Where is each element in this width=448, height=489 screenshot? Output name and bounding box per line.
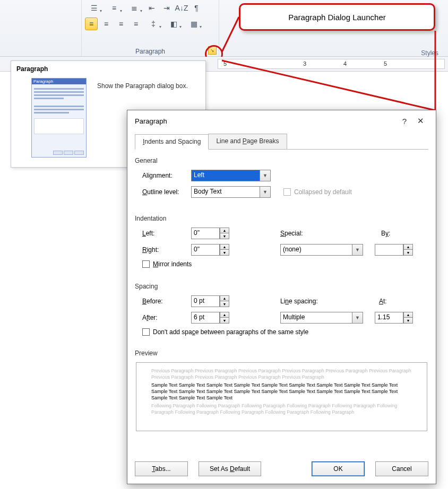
mirror-indents-checkbox[interactable] [142,260,150,268]
preview-prev-para: Previous Paragraph Previous Paragraph Pr… [151,368,412,380]
section-preview: Preview [135,350,428,357]
spin-down-icon[interactable]: ▼ [220,318,229,324]
tab-indents-spacing[interactable]: Indents and Spacing [135,134,209,150]
indent-right-spinner[interactable]: 0" ▲▼ [191,244,229,256]
line-spacing-combo[interactable]: Multiple ▼ [280,312,363,324]
sort-icon[interactable]: A↓Z [175,2,188,14]
tabs-button[interactable]: Tabs... [135,461,188,476]
spin-down-icon[interactable]: ▼ [220,250,229,256]
special-label: Special: [280,230,312,237]
bullets-icon[interactable]: ☰ [85,2,103,14]
paragraph-dialog: Paragraph ? ✕ Indents and Spacing Line a… [127,110,436,484]
increase-indent-icon[interactable]: ⇥ [160,2,173,14]
spin-up-icon[interactable]: ▲ [220,312,229,318]
before-spinner[interactable]: 0 pt ▲▼ [191,295,229,307]
ribbon-group-label: Paragraph [82,48,219,55]
numbering-icon[interactable]: ≡ [105,2,123,14]
tooltip-preview-thumb: Paragraph [31,78,87,158]
tooltip-description: Show the Paragraph dialog box. [97,82,200,90]
help-button[interactable]: ? [397,117,412,126]
spin-down-icon[interactable]: ▼ [220,301,229,307]
no-space-checkbox[interactable] [142,328,150,336]
chevron-down-icon[interactable]: ▼ [260,186,271,198]
mirror-indents-label: Mirror indents [153,260,192,268]
ruler-mark: 5 [384,60,387,67]
tab-line-page-breaks[interactable]: Line and Page Breaks [208,134,287,149]
borders-icon[interactable]: ▦ [185,18,203,30]
after-label: After: [142,314,191,321]
dialog-titlebar[interactable]: Paragraph ? ✕ [127,110,436,132]
dialog-tabs: Indents and Spacing Line and Page Breaks [135,134,428,150]
by-label: By: [381,230,397,237]
by-spinner[interactable]: ▲▼ [375,244,413,256]
collapsed-checkbox [283,188,291,196]
at-spinner[interactable]: 1.15 ▲▼ [375,312,413,324]
outline-label: Outline level: [142,188,191,196]
preview-follow-para: Following Paragraph Following Paragraph … [151,403,412,415]
spin-down-icon[interactable]: ▼ [403,318,413,324]
spin-down-icon[interactable]: ▼ [403,250,413,256]
after-value[interactable]: 6 pt [191,312,220,324]
section-indentation: Indentation [135,215,428,222]
line-spacing-label: Line spacing: [280,298,339,305]
at-label: At: [379,298,395,305]
close-button[interactable]: ✕ [412,116,428,126]
shading-icon[interactable]: ◧ [165,18,183,30]
collapsed-label: Collapsed by default [294,188,352,196]
dialog-footer: Tabs... Set As Default OK Cancel [135,461,428,476]
decrease-indent-icon[interactable]: ⇤ [145,2,158,14]
paragraph-ribbon-group: ☰ ≡ ≣ ⇤ ⇥ A↓Z ¶ ≡ ≡ ≡ ≡ ‡ ◧ ▦ Paragraph … [81,0,219,56]
chevron-down-icon[interactable]: ▼ [352,312,363,324]
spin-up-icon[interactable]: ▲ [220,295,229,301]
spin-up-icon[interactable]: ▲ [220,244,229,250]
after-spinner[interactable]: 6 pt ▲▼ [191,312,229,324]
spin-up-icon[interactable]: ▲ [403,244,413,250]
callout-label: Paragraph Dialog Launcher [239,3,435,31]
indent-left-label: Left: [142,230,191,237]
preview-sample: Sample Text Sample Text Sample Text Samp… [151,382,412,401]
outline-combo[interactable]: Body Text ▼ [191,186,271,198]
callout-text: Paragraph Dialog Launcher [288,13,385,22]
align-left-icon[interactable]: ≡ [85,18,98,30]
indent-left-value[interactable]: 0" [191,228,220,239]
styles-group-label: Styles [421,49,438,57]
no-space-label: Don't add space between paragraphs of th… [153,328,308,336]
cancel-button[interactable]: Cancel [375,461,428,476]
outline-value: Body Text [191,186,260,198]
spin-up-icon[interactable]: ▲ [220,228,229,233]
ok-button[interactable]: OK [312,461,365,476]
multilevel-list-icon[interactable]: ≣ [125,2,143,14]
by-value[interactable] [375,244,403,256]
spin-up-icon[interactable]: ▲ [403,312,413,318]
before-value[interactable]: 0 pt [191,295,220,307]
align-right-icon[interactable]: ≡ [115,18,127,30]
alignment-combo[interactable]: Left ▼ [191,170,271,181]
set-default-button[interactable]: Set As Default [199,461,261,476]
line-spacing-icon[interactable]: ‡ [144,18,162,30]
justify-icon[interactable]: ≡ [130,18,142,30]
line-spacing-value: Multiple [280,312,352,324]
section-general: General [135,157,428,164]
alignment-value: Left [191,170,260,181]
special-value: (none) [280,244,352,256]
indent-left-spinner[interactable]: 0" ▲▼ [191,228,229,239]
indent-right-label: Right: [142,246,191,254]
special-combo[interactable]: (none) ▼ [280,244,363,256]
paragraph-dialog-launcher[interactable]: ↘ [208,46,217,55]
chevron-down-icon[interactable]: ▼ [352,244,363,256]
indent-right-value[interactable]: 0" [191,244,220,256]
spin-down-icon[interactable]: ▼ [220,233,229,239]
ruler-mark: 4 [343,60,347,67]
alignment-label: Alignment: [142,172,191,179]
ruler-scale[interactable]: 5 3 4 5 [218,59,445,69]
at-value[interactable]: 1.15 [375,312,403,324]
chevron-down-icon[interactable]: ▼ [260,170,271,181]
section-spacing: Spacing [135,283,428,290]
preview-box: Previous Paragraph Previous Paragraph Pr… [136,362,427,431]
show-marks-icon[interactable]: ¶ [190,2,203,14]
tooltip-title: Paragraph [16,65,200,73]
align-center-icon[interactable]: ≡ [100,18,113,30]
dialog-title: Paragraph [135,117,397,125]
ruler-mark: 5 [223,60,227,67]
ruler-mark: 3 [303,60,306,67]
